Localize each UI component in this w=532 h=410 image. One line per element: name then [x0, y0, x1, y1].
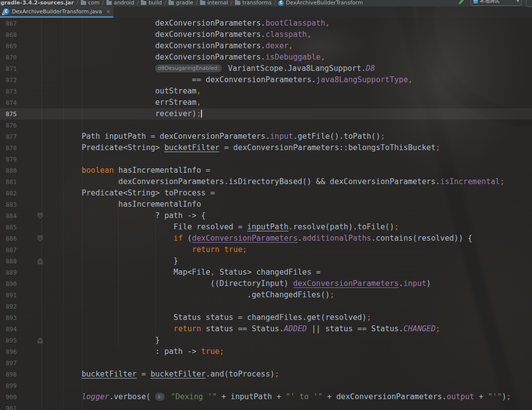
code-line[interactable]: outStream, [43, 86, 201, 97]
breadcrumb-item[interactable]: CDexArchiveBuilderTransform [278, 0, 363, 6]
code-line[interactable] [43, 380, 45, 391]
line-number[interactable]: 894 [0, 323, 20, 335]
code-line[interactable]: d8DesugaringEnabled: VariantScope.Java8L… [43, 63, 375, 74]
code-line[interactable]: boolean hasIncrementalInfo = [43, 165, 210, 176]
fold-marker-up[interactable] [37, 258, 43, 264]
line-number[interactable]: 900 [0, 391, 20, 403]
code-line[interactable]: Status status = changedFiles.get(resolve… [43, 312, 371, 323]
code-line[interactable]: ((DirectoryInput) dexConversionParameter… [43, 278, 431, 289]
code-line[interactable]: Predicate<String> toProcess = [43, 188, 215, 199]
line-number[interactable]: 876 [0, 120, 20, 131]
build-hammer-icon[interactable] [459, 0, 465, 5]
line-number[interactable]: 883 [0, 199, 20, 210]
breadcrumb-item[interactable]: build [141, 0, 162, 6]
code-token: . [298, 234, 302, 243]
line-number[interactable]: 879 [0, 154, 20, 165]
code-line[interactable] [43, 301, 45, 312]
code-line[interactable]: dexConversionParameters.dexer, [43, 40, 293, 52]
line-number[interactable]: 882 [0, 188, 20, 199]
line-number[interactable]: 886 [0, 233, 20, 244]
breadcrumb-item[interactable]: internal [200, 0, 228, 6]
line-number[interactable]: 880 [0, 165, 20, 176]
code-line[interactable]: logger.verbose( s: "Dexing '" + inputPat… [43, 391, 511, 403]
line-number[interactable]: 893 [0, 312, 20, 323]
code-line[interactable]: bucketFilter = bucketFilter.and(toProces… [43, 369, 279, 380]
line-number[interactable]: 881 [0, 176, 20, 188]
code-line[interactable]: : path -> true; [43, 346, 224, 357]
breadcrumb-item[interactable]: transforms [235, 0, 272, 6]
line-number[interactable]: 899 [0, 380, 20, 391]
breadcrumb: gradle-3.4.2-sources.jar/com/android/bui… [0, 0, 363, 6]
run-configuration-selector[interactable]: 本地调试 ▼ [470, 0, 522, 6]
line-number[interactable]: 892 [0, 301, 20, 312]
code-line[interactable]: == dexConversionParameters.java8LangSupp… [43, 74, 413, 86]
code-line[interactable]: } [43, 255, 178, 267]
code-line[interactable]: dexConversionParameters.isDebuggable, [43, 52, 325, 63]
fold-marker-down[interactable] [37, 235, 43, 242]
code-line[interactable]: errStream, [43, 97, 201, 108]
fold-gutter [20, 289, 43, 301]
line-number[interactable]: 884 [0, 210, 20, 221]
code-line[interactable] [43, 357, 45, 369]
tab-dexarchivebuildertransform[interactable]: C DexArchiveBuilderTransform.java × [0, 6, 113, 18]
fold-marker-down[interactable] [37, 213, 43, 219]
line-number[interactable]: 898 [0, 369, 20, 380]
code-token: input [403, 279, 427, 288]
code-line[interactable] [43, 154, 45, 165]
code-line[interactable]: receiver); [43, 108, 202, 120]
code-line[interactable]: } [43, 335, 160, 346]
code-token: Predicate<String> [45, 143, 165, 152]
breadcrumb-item[interactable]: gradle [168, 0, 193, 6]
line-number[interactable]: 872 [0, 74, 20, 86]
line-number[interactable]: 873 [0, 86, 20, 97]
line-number[interactable]: 885 [0, 221, 20, 233]
line-number[interactable]: 878 [0, 142, 20, 154]
code-line[interactable]: return true; [43, 244, 247, 255]
line-number[interactable]: 895 [0, 335, 20, 346]
code-line[interactable]: if (dexConversionParameters.additionalPa… [43, 233, 472, 244]
code-line[interactable]: dexConversionParameters.classpath, [43, 29, 311, 40]
code-editor[interactable]: 867 dexConversionParameters.bootClasspat… [0, 18, 532, 410]
line-number[interactable]: 896 [0, 346, 20, 357]
code-line[interactable]: Predicate<String> bucketFilter = dexConv… [43, 142, 440, 154]
code-line[interactable]: return status == Status.ADDED || status … [43, 323, 440, 335]
fold-gutter [20, 391, 43, 403]
line-number[interactable]: 869 [0, 40, 20, 52]
code-token: dexConversionParameters.isDirectoryBased… [45, 177, 440, 186]
line-number[interactable]: 870 [0, 52, 20, 63]
folder-icon [235, 1, 240, 5]
line-number[interactable]: 868 [0, 29, 20, 40]
code-line[interactable]: dexConversionParameters.bootClasspath, [43, 18, 330, 29]
breadcrumb-item[interactable]: gradle-3.4.2-sources.jar [0, 0, 74, 6]
fold-gutter [20, 97, 43, 108]
fold-marker-up[interactable] [37, 337, 43, 344]
code-line[interactable]: ? path -> { [43, 210, 206, 221]
code-line[interactable]: Path inputPath = dexConversionParameters… [43, 131, 385, 142]
line-number[interactable]: 887 [0, 244, 20, 255]
line-number[interactable]: 901 [0, 403, 20, 410]
code-line[interactable]: Map<File, Status> changedFiles = [43, 267, 321, 278]
toolbar-button-partial[interactable] [526, 0, 532, 7]
code-line[interactable]: hasIncrementalInfo [43, 199, 201, 210]
line-number[interactable]: 875 [0, 108, 20, 120]
line-number[interactable]: 897 [0, 357, 20, 369]
close-icon[interactable]: × [106, 8, 110, 15]
line-number[interactable]: 889 [0, 267, 20, 278]
line-number[interactable]: 867 [0, 18, 20, 29]
line-number[interactable]: 871 [0, 63, 20, 74]
code-line[interactable] [43, 403, 45, 410]
line-number[interactable]: 891 [0, 289, 20, 301]
code-line[interactable]: dexConversionParameters.isDirectoryBased… [43, 176, 504, 188]
code-token: dexConversionParameters [192, 234, 298, 243]
code-line[interactable] [43, 120, 45, 131]
breadcrumb-item[interactable]: com [81, 0, 100, 6]
line-number[interactable]: 877 [0, 131, 20, 142]
breadcrumb-item[interactable]: android [106, 0, 134, 6]
line-number[interactable]: 890 [0, 278, 20, 289]
code-line[interactable]: File resolved = inputPath.resolve(path).… [43, 221, 399, 233]
line-number[interactable]: 874 [0, 97, 20, 108]
code-line[interactable]: .getChangedFiles(); [43, 289, 334, 301]
editor-row: 867 dexConversionParameters.bootClasspat… [0, 18, 532, 29]
fold-gutter [20, 233, 43, 244]
line-number[interactable]: 888 [0, 255, 20, 267]
